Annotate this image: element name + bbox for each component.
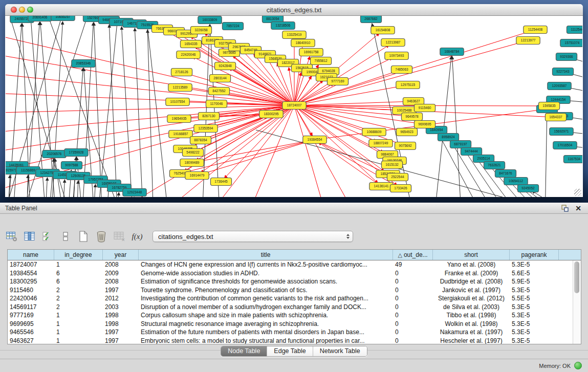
cell-name[interactable]: 9465546 (8, 329, 54, 336)
cell-in-degree[interactable]: 2 (54, 295, 103, 302)
graph-edge[interactable] (93, 184, 95, 197)
graph-edge[interactable] (77, 181, 78, 197)
cell-year[interactable]: 2003 (103, 303, 139, 311)
column-checklist-icon[interactable]: ✓ ✓ (41, 230, 54, 243)
cell-pagerank[interactable]: 5.3E-5 (510, 303, 559, 311)
table-row[interactable]: 911546021997Tourette syndrome. Phenomeno… (8, 286, 581, 295)
cell-out-de-[interactable]: 0 (393, 278, 433, 285)
table-selector-dropdown[interactable]: citations_edges.txt (153, 231, 353, 242)
network-view[interactable]: 1872400718300295240557242069140610655257… (6, 16, 582, 197)
table-row[interactable]: 1456911722003Disruption of a novel membe… (8, 303, 581, 312)
table-scrollbar-thumb[interactable] (574, 261, 579, 293)
cell-year[interactable]: 2008 (103, 261, 139, 268)
graph-edge[interactable] (318, 142, 378, 184)
cell-pagerank[interactable]: 5.3E-5 (510, 312, 559, 319)
cell-pagerank[interactable]: 5.5E-5 (510, 295, 559, 302)
graph-edge[interactable] (122, 27, 133, 197)
graph-edge[interactable] (45, 178, 48, 197)
cell-in-degree[interactable]: 1 (54, 261, 103, 268)
graph-edge[interactable] (147, 26, 169, 197)
close-panel-icon[interactable]: ✕ (574, 204, 583, 212)
table-scrollbar[interactable] (573, 260, 581, 344)
cell-pagerank[interactable]: 5.3E-5 (510, 287, 559, 294)
cell-out-de-[interactable]: 0 (393, 287, 433, 294)
float-window-icon[interactable] (560, 204, 570, 212)
minimize-window-icon[interactable] (19, 7, 25, 13)
cell-year[interactable]: 1997 (103, 337, 139, 344)
cell-in-degree[interactable]: 6 (54, 270, 103, 277)
column-header-out-de-[interactable]: △out_de... (393, 250, 433, 260)
table-row[interactable]: 977716911998Corpus callosum shape and si… (8, 311, 581, 320)
cell-name[interactable]: 19384554 (8, 270, 54, 277)
graph-edge[interactable] (117, 192, 119, 197)
table-row[interactable]: 946362711997Embryonic stem cells: a mode… (8, 337, 581, 345)
cell-short[interactable]: Tibbo et al. (1998) (433, 312, 510, 319)
cell-year[interactable]: 1997 (103, 287, 139, 294)
cell-title[interactable]: Structural magnetic resonance image aver… (139, 320, 393, 327)
column-header-name[interactable]: name (8, 250, 54, 260)
graph-edge[interactable] (532, 191, 578, 197)
graph-edge[interactable] (49, 17, 123, 197)
cell-year[interactable]: 1998 (103, 320, 139, 327)
cell-title[interactable]: Disruption of a novel member of a sodium… (139, 303, 393, 311)
cell-pagerank[interactable]: 5.6E-5 (510, 270, 559, 277)
cell-in-degree[interactable]: 1 (54, 320, 103, 327)
column-header-short[interactable]: short (433, 250, 510, 260)
cell-out-de-[interactable]: 0 (393, 329, 433, 336)
cell-short[interactable]: Stergiakouli et al. (2012) (433, 295, 510, 302)
cell-title[interactable]: Tourette syndrome. Phenomenology and cla… (139, 287, 393, 294)
graph-edge[interactable] (6, 106, 290, 174)
delete-icon[interactable] (95, 230, 108, 243)
cell-name[interactable]: 9777169 (8, 312, 54, 319)
cell-short[interactable]: de Silva et al. (2003) (433, 303, 510, 311)
cell-pagerank[interactable]: 5.3E-5 (510, 337, 559, 344)
graph-edge[interactable] (183, 114, 267, 118)
cell-in-degree[interactable]: 2 (54, 287, 103, 294)
cell-short[interactable]: Hescheler et al. (1997) (433, 337, 510, 344)
cell-short[interactable]: Yano et al. (2008) (433, 261, 510, 268)
table-row[interactable]: 1938455462009Genome-wide association stu… (8, 269, 581, 278)
cell-pagerank[interactable]: 5.3E-5 (510, 261, 559, 268)
cell-out-de-[interactable]: 0 (393, 312, 433, 319)
close-window-icon[interactable] (11, 7, 17, 13)
cell-year[interactable]: 1998 (103, 312, 139, 319)
column-header-in-degree[interactable]: in_degree (54, 250, 103, 260)
cell-title[interactable]: Estimation of the future numbers of pati… (139, 329, 393, 336)
cell-year[interactable]: 1997 (103, 329, 139, 336)
select-columns-icon[interactable] (23, 230, 36, 243)
graph-edge[interactable] (298, 101, 409, 105)
graph-edge[interactable] (295, 110, 328, 197)
cell-pagerank[interactable]: 5.3E-5 (510, 329, 559, 336)
cell-out-de-[interactable]: 0 (393, 337, 433, 344)
cell-year[interactable]: 2012 (103, 295, 139, 302)
cell-short[interactable]: Jankovic et al. (1997) (433, 287, 510, 294)
cell-title[interactable]: Estimation of significance thresholds fo… (139, 278, 393, 285)
graph-edge[interactable] (296, 109, 358, 197)
graph-edge[interactable] (452, 56, 462, 197)
cell-year[interactable]: 2008 (103, 278, 139, 285)
cell-out-de-[interactable]: 0 (393, 295, 433, 302)
cell-pagerank[interactable]: 5.9E-5 (510, 278, 559, 285)
graph-edge[interactable] (297, 108, 378, 183)
table-row[interactable]: 2242004622012Investigating the contribut… (8, 294, 581, 303)
cell-pagerank[interactable]: 5.3E-5 (510, 320, 559, 327)
table-settings-icon[interactable] (5, 230, 18, 243)
row-height-icon[interactable] (59, 230, 72, 243)
cell-short[interactable]: Franke et al. (2009) (433, 270, 510, 277)
cell-title[interactable]: Embryonic stem cells: a model to study s… (139, 337, 393, 344)
cell-short[interactable]: Nakamura et al. (1997) (433, 329, 510, 336)
cell-out-de-[interactable]: 0 (393, 320, 433, 327)
tab-node-table[interactable]: Node Table (221, 346, 267, 356)
tab-edge-table[interactable]: Edge Table (267, 346, 312, 356)
column-header-title[interactable]: title (139, 250, 393, 260)
cell-short[interactable]: Dudbridge et al. (2008) (433, 278, 510, 285)
new-document-icon[interactable] (77, 230, 90, 243)
window-resize-grip[interactable] (574, 189, 581, 196)
table-row[interactable]: 969969511998Structural magnetic resonanc… (8, 320, 581, 329)
cell-year[interactable]: 2009 (103, 270, 139, 277)
graph-edge[interactable] (289, 68, 294, 101)
graph-edge[interactable] (135, 28, 143, 197)
cell-name[interactable]: 9463627 (8, 337, 54, 344)
graph-edge[interactable] (545, 114, 547, 197)
cell-in-degree[interactable]: 1 (54, 337, 103, 344)
